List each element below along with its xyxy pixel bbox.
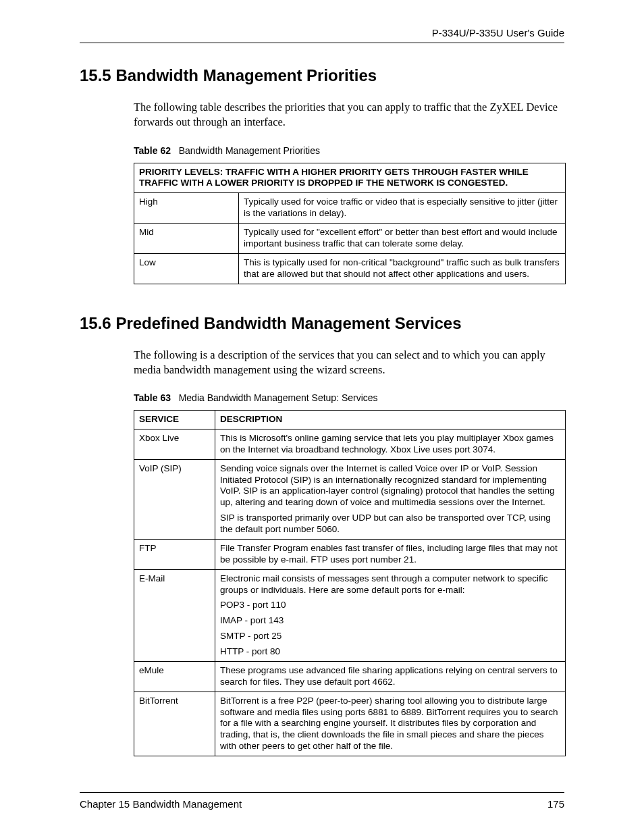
table-63: SERVICE DESCRIPTION Xbox Live This is Mi… [134, 410, 566, 756]
table-63-header-description: DESCRIPTION [215, 411, 566, 429]
section-15-6-title: 15.6 Predefined Bandwidth Management Ser… [80, 314, 564, 333]
header-guide-title: P-334U/P-335U User's Guide [80, 27, 564, 43]
service-desc: File Transfer Program enables fast trans… [215, 539, 566, 569]
service-desc: BitTorrent is a free P2P (peer-to-peer) … [215, 692, 566, 756]
table-62-label: Table 62 [134, 145, 171, 156]
priority-desc: This is typically used for non-critical … [239, 253, 566, 284]
service-desc: Electronic mail consists of messages sen… [215, 569, 566, 661]
service-desc: This is Microsoft's online gaming servic… [215, 429, 566, 459]
service-desc: These programs use advanced file sharing… [215, 661, 566, 692]
table-63-caption: Table 63 Media Bandwidth Management Setu… [134, 392, 564, 403]
service-desc-text: HTTP - port 80 [220, 646, 560, 658]
service-desc-text: Electronic mail consists of messages sen… [220, 573, 560, 596]
footer-page-number: 175 [547, 798, 564, 810]
table-row: High Typically used for voice traffic or… [134, 193, 566, 224]
table-63-header-row: SERVICE DESCRIPTION [134, 411, 566, 429]
table-63-label: Table 63 [134, 392, 171, 403]
table-row: VoIP (SIP) Sending voice signals over th… [134, 459, 566, 539]
table-row: Low This is typically used for non-criti… [134, 253, 566, 284]
table-row: BitTorrent BitTorrent is a free P2P (pee… [134, 692, 566, 756]
service-desc-text: SMTP - port 25 [220, 631, 560, 642]
table-63-header-service: SERVICE [134, 411, 215, 429]
table-62: PRIORITY LEVELS: TRAFFIC WITH A HIGHER P… [134, 163, 566, 284]
service-desc-text: Sending voice signals over the Internet … [220, 463, 560, 509]
priority-level: Low [134, 253, 239, 284]
table-row: Xbox Live This is Microsoft's online gam… [134, 429, 566, 459]
header-rule [80, 43, 564, 43]
service-name: BitTorrent [134, 692, 215, 756]
section-15-5-title: 15.5 Bandwidth Management Priorities [80, 66, 564, 85]
section-15-5-body: The following table describes the priori… [134, 100, 564, 284]
service-name: E-Mail [134, 569, 215, 661]
footer-chapter: Chapter 15 Bandwidth Management [80, 798, 242, 810]
priority-level: Mid [134, 224, 239, 254]
section-15-6-body: The following is a description of the se… [134, 348, 564, 757]
service-name: eMule [134, 661, 215, 692]
service-desc-text: These programs use advanced file sharing… [220, 665, 560, 688]
service-desc-text: BitTorrent is a free P2P (peer-to-peer) … [220, 696, 560, 752]
service-name: FTP [134, 539, 215, 569]
table-63-caption-text: Media Bandwidth Management Setup: Servic… [179, 392, 378, 403]
service-desc-text: This is Microsoft's online gaming servic… [220, 433, 560, 456]
service-desc-text: POP3 - port 110 [220, 600, 560, 611]
table-row: eMule These programs use advanced file s… [134, 661, 566, 692]
table-row: E-Mail Electronic mail consists of messa… [134, 569, 566, 661]
service-desc-text: IMAP - port 143 [220, 615, 560, 627]
page-content: P-334U/P-335U User's Guide 15.5 Bandwidt… [80, 27, 564, 756]
service-name: Xbox Live [134, 429, 215, 459]
footer-rule [80, 792, 564, 793]
page-footer: Chapter 15 Bandwidth Management 175 [80, 792, 564, 810]
section-15-6-intro: The following is a description of the se… [134, 348, 564, 378]
service-desc-text: SIP is transported primarily over UDP bu… [220, 513, 560, 536]
service-desc: Sending voice signals over the Internet … [215, 459, 566, 539]
priority-desc: Typically used for voice traffic or vide… [239, 193, 566, 224]
table-row: FTP File Transfer Program enables fast t… [134, 539, 566, 569]
table-row: Mid Typically used for "excellent effort… [134, 224, 566, 254]
section-15-5-intro: The following table describes the priori… [134, 100, 564, 130]
service-name: VoIP (SIP) [134, 459, 215, 539]
table-62-levels-header: PRIORITY LEVELS: TRAFFIC WITH A HIGHER P… [134, 163, 566, 193]
priority-desc: Typically used for "excellent effort" or… [239, 224, 566, 254]
service-desc-text: File Transfer Program enables fast trans… [220, 543, 560, 566]
table-62-header-row: PRIORITY LEVELS: TRAFFIC WITH A HIGHER P… [134, 163, 566, 193]
table-62-caption-text: Bandwidth Management Priorities [179, 145, 320, 156]
priority-level: High [134, 193, 239, 224]
table-62-caption: Table 62 Bandwidth Management Priorities [134, 145, 564, 156]
